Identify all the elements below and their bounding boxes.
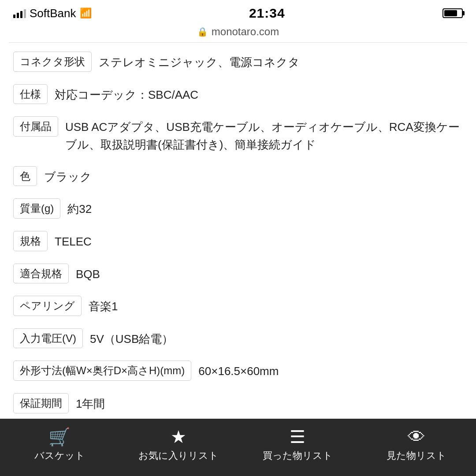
wifi-icon: 📶 bbox=[80, 7, 92, 19]
bought-icon: ☰ bbox=[290, 428, 305, 446]
basket-icon: 🛒 bbox=[48, 428, 71, 446]
spec-row: 規格TELEC bbox=[13, 231, 463, 251]
spec-row: コネクタ形状ステレオミニジャック、電源コネクタ bbox=[13, 52, 463, 72]
spec-label: ペアリング bbox=[13, 296, 82, 316]
spec-row: ペアリング音楽1 bbox=[13, 296, 463, 316]
spec-row: 保証期間1年間 bbox=[13, 393, 463, 413]
spec-value: 音楽1 bbox=[89, 296, 463, 315]
spec-value: ブラック bbox=[44, 166, 463, 186]
spec-label: コネクタ形状 bbox=[13, 52, 92, 72]
spec-row: 適合規格BQB bbox=[13, 264, 463, 284]
status-right bbox=[443, 8, 463, 18]
favorites-label: お気に入りリスト bbox=[138, 449, 219, 462]
carrier-name: SoftBank bbox=[30, 7, 76, 20]
spec-label: 規格 bbox=[13, 231, 48, 251]
spec-label: 色 bbox=[13, 166, 37, 186]
spec-row: 付属品USB ACアダプタ、USB充電ケーブル、オーディオケーブル、RCA変換ケ… bbox=[13, 116, 463, 154]
spec-value: USB ACアダプタ、USB充電ケーブル、オーディオケーブル、RCA変換ケーブル… bbox=[65, 116, 463, 154]
nav-item-bought[interactable]: ☰買った物リスト bbox=[238, 428, 357, 462]
spec-row: 質量(g)約32 bbox=[13, 198, 463, 219]
spec-row: 入力電圧(V)5V（USB給電） bbox=[13, 328, 463, 349]
spec-value: 1年間 bbox=[76, 393, 463, 413]
spec-label: 付属品 bbox=[13, 116, 58, 137]
spec-value: 約32 bbox=[67, 198, 463, 218]
status-bar: SoftBank 📶 21:34 bbox=[0, 0, 476, 24]
spec-content: コネクタ形状ステレオミニジャック、電源コネクタ仕様対応コーデック：SBC/AAC… bbox=[0, 43, 476, 476]
spec-value: 60×16.5×60mm bbox=[198, 361, 463, 380]
clock: 21:34 bbox=[249, 6, 285, 21]
signal-icon bbox=[13, 8, 26, 18]
url-text: monotaro.com bbox=[212, 26, 279, 38]
spec-row: 仕様対応コーデック：SBC/AAC bbox=[13, 84, 463, 104]
nav-item-basket[interactable]: 🛒バスケット bbox=[0, 428, 119, 462]
spec-label: 入力電圧(V) bbox=[13, 328, 83, 349]
battery-icon bbox=[443, 8, 463, 18]
spec-label: 質量(g) bbox=[13, 198, 60, 219]
spec-value: 対応コーデック：SBC/AAC bbox=[55, 84, 463, 104]
spec-row: 色ブラック bbox=[13, 166, 463, 186]
spec-label: 保証期間 bbox=[13, 393, 69, 413]
bottom-nav: 🛒バスケット★お気に入りリスト☰買った物リスト👁見た物リスト bbox=[0, 419, 476, 476]
basket-label: バスケット bbox=[34, 449, 85, 462]
viewed-icon: 👁 bbox=[408, 428, 425, 446]
nav-item-viewed[interactable]: 👁見た物リスト bbox=[357, 428, 476, 462]
url-bar[interactable]: 🔒 monotaro.com bbox=[0, 24, 476, 42]
favorites-icon: ★ bbox=[171, 428, 186, 446]
spec-label: 仕様 bbox=[13, 84, 48, 104]
spec-label: 適合規格 bbox=[13, 264, 69, 284]
spec-label: 外形寸法(幅W×奥行D×高さH)(mm) bbox=[13, 361, 191, 381]
viewed-label: 見た物リスト bbox=[387, 449, 446, 462]
bought-label: 買った物リスト bbox=[263, 449, 333, 462]
spec-value: BQB bbox=[76, 264, 463, 283]
status-left: SoftBank 📶 bbox=[13, 7, 92, 20]
spec-value: TELEC bbox=[55, 231, 463, 250]
spec-value: 5V（USB給電） bbox=[90, 328, 463, 348]
lock-icon: 🔒 bbox=[197, 26, 208, 37]
nav-item-favorites[interactable]: ★お気に入りリスト bbox=[119, 428, 238, 462]
spec-value: ステレオミニジャック、電源コネクタ bbox=[99, 52, 463, 71]
spec-row: 外形寸法(幅W×奥行D×高さH)(mm)60×16.5×60mm bbox=[13, 361, 463, 381]
